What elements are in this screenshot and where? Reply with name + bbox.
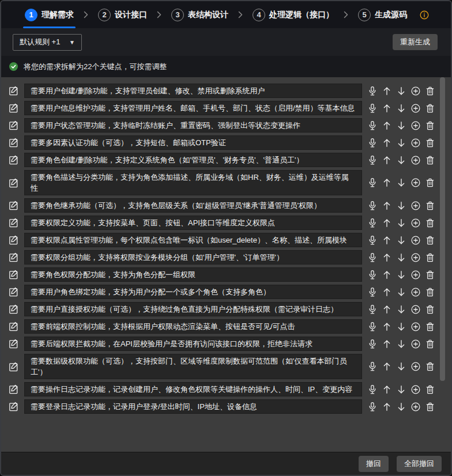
move-up-icon[interactable] xyxy=(382,270,392,280)
add-icon[interactable] xyxy=(410,402,421,412)
requirement-text-box[interactable]: 需要用户直接授权功能（可选），支持绕过角色直接为用户分配特殊权限（需记录审计日志… xyxy=(24,302,362,316)
edit-icon[interactable] xyxy=(8,200,19,211)
move-up-icon[interactable] xyxy=(382,120,392,131)
delete-icon[interactable] xyxy=(425,361,435,372)
add-icon[interactable] xyxy=(410,120,421,131)
requirement-text-box[interactable]: 需要用户创建/删除功能，支持管理员创建、修改、禁用或删除系统用户 xyxy=(24,84,362,98)
move-up-icon[interactable] xyxy=(382,361,392,372)
move-down-icon[interactable] xyxy=(396,402,406,412)
move-down-icon[interactable] xyxy=(396,218,406,228)
move-down-icon[interactable] xyxy=(396,339,406,349)
move-down-icon[interactable] xyxy=(396,287,406,297)
requirement-text-box[interactable]: 需要多因素认证功能（可选），支持短信、邮箱或OTP验证 xyxy=(24,135,362,150)
add-icon[interactable] xyxy=(410,201,421,211)
stepper-step-3[interactable]: 3 表结构设计 xyxy=(170,1,230,28)
add-icon[interactable] xyxy=(410,322,421,332)
requirement-text-box[interactable]: 需要权限定义功能，支持按菜单、页面、按钮、API接口等维度定义权限点 xyxy=(24,216,362,230)
move-up-icon[interactable] xyxy=(382,177,392,188)
edit-icon[interactable] xyxy=(8,154,19,165)
move-up-icon[interactable] xyxy=(382,304,392,315)
delete-icon[interactable] xyxy=(425,155,435,165)
delete-icon[interactable] xyxy=(425,252,435,263)
add-icon[interactable] xyxy=(410,384,421,395)
add-icon[interactable] xyxy=(410,270,421,280)
move-down-icon[interactable] xyxy=(396,86,406,96)
move-down-icon[interactable] xyxy=(396,270,406,280)
microphone-icon[interactable] xyxy=(367,155,378,165)
requirement-text-box[interactable]: 需要操作日志记录功能，记录创建用户、修改角色权限等关键操作的操作人、时间、IP、… xyxy=(24,382,362,396)
requirement-text-box[interactable]: 需要用户角色绑定功能，支持为用户分配一个或多个角色（支持多角色） xyxy=(24,285,362,299)
microphone-icon[interactable] xyxy=(367,86,378,96)
microphone-icon[interactable] xyxy=(367,322,378,332)
edit-icon[interactable] xyxy=(8,137,19,148)
delete-icon[interactable] xyxy=(425,339,435,349)
move-down-icon[interactable] xyxy=(396,103,406,114)
stepper-step-1[interactable]: 1 理解需求 xyxy=(23,1,76,28)
move-up-icon[interactable] xyxy=(382,155,392,165)
requirement-text-box[interactable]: 需要数据级权限功能（可选），支持按部门、区域等维度限制数据可范范围（如'仅查看本… xyxy=(24,354,362,379)
microphone-icon[interactable] xyxy=(367,339,378,349)
move-up-icon[interactable] xyxy=(382,287,392,297)
add-icon[interactable] xyxy=(410,361,421,372)
regenerate-button[interactable]: 重新生成 xyxy=(393,34,438,50)
microphone-icon[interactable] xyxy=(367,270,378,280)
delete-icon[interactable] xyxy=(425,120,435,131)
add-icon[interactable] xyxy=(410,252,421,263)
requirement-text-box[interactable]: 需要用户状态管理功能，支持临时冻结账户、重置密码、强制登出等状态变更操作 xyxy=(24,118,362,133)
delete-icon[interactable] xyxy=(425,177,435,188)
requirement-text-box[interactable]: 需要登录日志记录功能，记录用户登录/登出时间、IP地址、设备信息 xyxy=(24,399,362,414)
edit-icon[interactable] xyxy=(8,252,19,263)
move-down-icon[interactable] xyxy=(396,384,406,395)
move-up-icon[interactable] xyxy=(382,201,392,211)
requirement-text-box[interactable]: 需要权限分组功能，支持将权限按业务模块分组（如'用户管理'、'订单管理'） xyxy=(24,250,362,265)
delete-icon[interactable] xyxy=(425,86,435,96)
microphone-icon[interactable] xyxy=(367,201,378,211)
add-icon[interactable] xyxy=(410,235,421,245)
delete-icon[interactable] xyxy=(425,138,435,148)
move-up-icon[interactable] xyxy=(382,252,392,263)
move-up-icon[interactable] xyxy=(382,339,392,349)
microphone-icon[interactable] xyxy=(367,235,378,245)
requirement-text-box[interactable]: 需要角色描述与分类功能，支持为角色添加描述、所属业务域（如HR、财务、运维）及运… xyxy=(24,170,362,195)
edit-icon[interactable] xyxy=(8,361,19,372)
microphone-icon[interactable] xyxy=(367,361,378,372)
move-down-icon[interactable] xyxy=(396,235,406,245)
add-icon[interactable] xyxy=(410,138,421,148)
microphone-icon[interactable] xyxy=(367,120,378,131)
microphone-icon[interactable] xyxy=(367,218,378,228)
add-icon[interactable] xyxy=(410,304,421,315)
add-icon[interactable] xyxy=(410,177,421,188)
move-up-icon[interactable] xyxy=(382,235,392,245)
requirement-text-box[interactable]: 需要角色权限分配功能，支持为角色分配一组权限 xyxy=(24,267,362,282)
edit-icon[interactable] xyxy=(8,401,19,412)
info-icon[interactable] xyxy=(420,10,429,20)
scrollbar-thumb[interactable] xyxy=(440,77,445,381)
edit-icon[interactable] xyxy=(8,321,19,332)
add-icon[interactable] xyxy=(410,218,421,228)
requirement-text-box[interactable]: 需要后端权限拦截功能，在API层校验用户是否拥有访问该接口的权限，拒绝非法请求 xyxy=(24,337,362,351)
undo-button[interactable]: 撤回 xyxy=(359,456,389,472)
move-up-icon[interactable] xyxy=(382,322,392,332)
delete-icon[interactable] xyxy=(425,402,435,412)
delete-icon[interactable] xyxy=(425,103,435,114)
microphone-icon[interactable] xyxy=(367,402,378,412)
edit-icon[interactable] xyxy=(8,217,19,228)
edit-icon[interactable] xyxy=(8,85,19,96)
move-up-icon[interactable] xyxy=(382,402,392,412)
microphone-icon[interactable] xyxy=(367,304,378,315)
edit-icon[interactable] xyxy=(8,286,19,297)
move-down-icon[interactable] xyxy=(396,177,406,188)
microphone-icon[interactable] xyxy=(367,138,378,148)
move-up-icon[interactable] xyxy=(382,384,392,395)
microphone-icon[interactable] xyxy=(367,287,378,297)
move-up-icon[interactable] xyxy=(382,103,392,114)
edit-icon[interactable] xyxy=(8,177,19,188)
add-icon[interactable] xyxy=(410,86,421,96)
undo-all-button[interactable]: 全部撤回 xyxy=(397,456,442,472)
delete-icon[interactable] xyxy=(425,218,435,228)
requirement-text-box[interactable]: 需要角色创建/删除功能，支持定义系统角色（如'管理员'、'财务专员'、'普通员工… xyxy=(24,153,362,167)
add-icon[interactable] xyxy=(410,155,421,165)
edit-icon[interactable] xyxy=(8,338,19,349)
move-down-icon[interactable] xyxy=(396,138,406,148)
stepper-step-2[interactable]: 2 设计接口 xyxy=(96,1,149,28)
